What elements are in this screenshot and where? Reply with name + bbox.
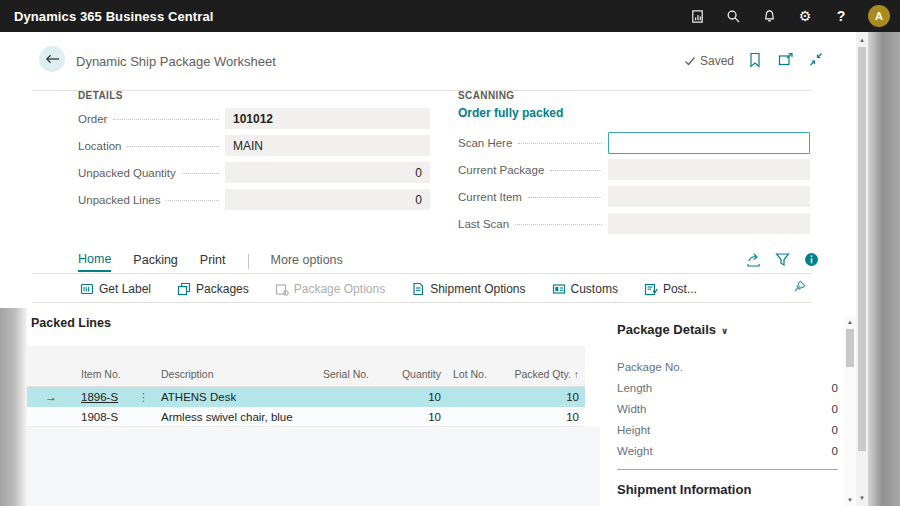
more-options[interactable]: More options [271,253,343,271]
packed-lines-title: Packed Lines [31,316,111,330]
unpacked-lines-field-row: Unpacked Lines 0 [78,189,430,210]
scrollbar-thumb[interactable] [846,329,854,367]
app-title: Dynamics 365 Business Central [14,9,213,24]
get-label-text: Get Label [99,282,151,296]
header-icons [748,52,824,68]
scan-here-input[interactable] [608,132,810,154]
scanning-status: Order fully packed [458,106,563,120]
table-row[interactable]: → 1896-S⋮ ATHENS Desk 10 10 [27,387,585,407]
pin-icon[interactable] [792,278,808,294]
length-row: Length 0 [617,381,838,395]
open-in-new-window-icon[interactable] [778,52,794,68]
customs-icon [552,282,566,296]
packed-qty-cell[interactable]: 10 [505,411,585,423]
page-viewport: Dynamic Ship Package Worksheet Saved DET… [0,32,900,506]
col-serial-no[interactable]: Serial No. [297,368,375,386]
package-options-icon [275,282,289,296]
package-options-text: Package Options [294,282,385,296]
quantity-cell[interactable]: 10 [375,411,447,423]
bookmark-icon[interactable] [748,52,764,68]
width-value[interactable]: 0 [832,403,838,415]
last-scan-field[interactable] [608,213,810,234]
collapse-icon[interactable] [808,52,824,68]
scroll-down-icon[interactable]: ▼ [856,493,868,503]
current-item-field[interactable] [608,186,810,207]
bottom-region: Packed Lines Item No. Description Serial… [0,308,856,506]
col-item-no[interactable]: Item No. [75,368,155,386]
unpacked-quantity-label: Unpacked Quantity [78,167,176,179]
location-field[interactable]: MAIN [225,135,430,156]
dotted-leader [550,170,602,171]
report-icon[interactable] [688,7,706,25]
settings-gear-icon[interactable]: ⚙ [796,7,814,25]
col-quantity[interactable]: Quantity [375,368,447,386]
shipment-options-text: Shipment Options [430,282,525,296]
notifications-bell-icon[interactable] [760,7,778,25]
help-icon[interactable]: ? [832,7,850,25]
length-value[interactable]: 0 [832,382,838,394]
shipment-information-heading[interactable]: Shipment Information [617,482,751,497]
avatar[interactable]: A [868,5,890,27]
filter-icon[interactable] [775,252,791,268]
item-no-cell[interactable]: 1908-S [75,411,155,423]
dotted-leader [166,200,219,201]
shipment-options-button[interactable]: Shipment Options [411,282,525,296]
tab-home[interactable]: Home [78,252,111,272]
package-details-heading[interactable]: Package Details ∨ [617,322,728,337]
save-status-label: Saved [700,54,734,68]
shipment-options-icon [411,282,425,296]
current-package-label: Current Package [458,164,544,176]
unpacked-lines-label: Unpacked Lines [78,194,160,206]
tab-packing[interactable]: Packing [133,253,177,271]
search-icon[interactable] [724,7,742,25]
item-no-link[interactable]: 1896-S [81,391,118,403]
description-cell[interactable]: Armless swivel chair, blue [155,411,297,423]
quantity-cell[interactable]: 10 [375,391,447,403]
customs-text: Customs [571,282,618,296]
scroll-up-icon[interactable]: ▲ [856,35,868,45]
unpacked-quantity-field[interactable]: 0 [225,162,430,183]
packages-button[interactable]: Packages [177,282,249,296]
packages-text: Packages [196,282,249,296]
page-scrollbar[interactable]: ▲ ▼ [856,32,868,506]
last-scan-field-row: Last Scan [458,213,812,234]
share-icon[interactable] [746,252,762,268]
width-label: Width [617,403,646,415]
packed-qty-cell[interactable]: 10 [505,391,585,403]
col-description[interactable]: Description [155,368,297,386]
factbox-scrollbar[interactable]: ▲ ▼ [844,316,856,506]
unpacked-lines-field[interactable]: 0 [225,189,430,210]
scrollbar-thumb[interactable] [858,47,866,451]
customs-button[interactable]: Customs [552,282,618,296]
check-icon [684,55,696,67]
description-cell[interactable]: ATHENS Desk [155,391,297,403]
scan-here-label: Scan Here [458,137,512,149]
scroll-down-icon[interactable]: ▼ [844,495,856,505]
packages-icon [177,282,191,296]
post-text: Post... [663,282,697,296]
order-field[interactable]: 101012 [225,108,430,129]
scroll-up-icon[interactable]: ▲ [844,317,856,327]
current-package-field[interactable] [608,159,810,180]
table-row[interactable]: 1908-S Armless swivel chair, blue 10 10 [27,407,585,427]
row-menu-icon[interactable]: ⋮ [138,391,149,404]
dotted-leader [518,143,602,144]
weight-value[interactable]: 0 [832,445,838,457]
col-packed-qty[interactable]: Packed Qty. ↑ [505,368,585,386]
back-button[interactable] [39,46,65,72]
factbox-divider [617,469,838,470]
height-label: Height [617,424,650,436]
post-button[interactable]: Post... [644,282,697,296]
scan-here-field-row: Scan Here [458,132,812,153]
details-fields: Order 101012 Location MAIN Unpacked Quan… [78,108,430,210]
right-edge-gradient [868,32,900,506]
col-lot-no[interactable]: Lot No. [447,368,505,386]
get-label-button[interactable]: Get Label [80,282,151,296]
packed-lines-table: Item No. Description Serial No. Quantity… [27,346,585,427]
ribbon-tabs: Home Packing Print More options [78,250,343,273]
tab-print[interactable]: Print [200,253,226,271]
package-options-button: Package Options [275,282,385,296]
height-value[interactable]: 0 [832,424,838,436]
info-icon[interactable] [804,252,820,268]
package-no-label: Package No. [617,361,683,373]
